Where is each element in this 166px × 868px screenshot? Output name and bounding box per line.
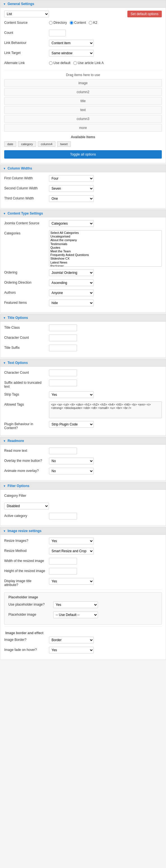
text-options-title: Text Options <box>7 361 28 365</box>
radio-use-article-link[interactable] <box>73 61 77 65</box>
radio-use-article-link-text: Use article Link A <box>78 61 104 65</box>
categories-row: Categories Select All Categories Uncateg… <box>4 230 162 267</box>
general-settings-header[interactable]: ▼ General Settings <box>0 0 166 8</box>
title-options-panel: ▼ Title Options Title Class h2 Character… <box>0 314 166 358</box>
third-column-row: Third Column Width One <box>4 195 162 203</box>
radio-k2-label[interactable]: K2 <box>89 21 98 25</box>
radio-directory[interactable] <box>49 21 53 25</box>
read-more-text-input[interactable]: More ... <box>49 447 77 454</box>
available-tag-column4[interactable]: column4 <box>38 141 56 147</box>
drag-item-image[interactable]: image <box>4 79 162 87</box>
display-title-attr-select[interactable]: Yes <box>49 578 94 585</box>
resize-height-control: 120 <box>49 568 162 575</box>
strip-tags-select[interactable]: Yes <box>49 391 94 398</box>
available-tag-category[interactable]: category <box>18 141 36 147</box>
suffix-truncated-input[interactable] <box>49 380 77 386</box>
toggle-all-options-button[interactable]: Toggle all options <box>4 150 162 159</box>
readmore-title: Readmore <box>7 439 24 443</box>
ordering-direction-row: Ordering Direction Ascending <box>4 279 162 287</box>
plugin-behaviour-select[interactable]: Strip Plugin Code <box>49 421 94 428</box>
link-behaviour-select[interactable]: Content item <box>49 40 94 46</box>
image-resize-arrow: ▼ <box>3 530 6 533</box>
drag-item-column3[interactable]: column3 <box>4 115 162 123</box>
authors-label: Authors <box>4 289 49 294</box>
title-options-header[interactable]: ▼ Title Options <box>0 314 166 322</box>
resize-images-label: Resize Images? <box>4 538 49 543</box>
radio-use-default[interactable] <box>49 61 53 65</box>
active-category-input[interactable] <box>49 513 77 520</box>
link-target-row: Link Target Same window <box>4 50 162 57</box>
available-tag-date[interactable]: date <box>4 141 16 147</box>
drag-item-title[interactable]: title <box>4 97 162 105</box>
available-tag-tweet[interactable]: tweet <box>57 141 71 147</box>
resize-width-input[interactable]: 180 <box>49 558 77 564</box>
count-input[interactable]: 4 <box>49 30 66 36</box>
content-type-settings-header[interactable]: ▼ Content Type Settings <box>0 210 166 217</box>
readmore-header[interactable]: ▼ Readmore <box>0 437 166 445</box>
resize-height-input[interactable]: 120 <box>49 568 77 575</box>
overlay-more-select[interactable]: No <box>49 458 94 464</box>
animate-overlay-select[interactable]: No <box>49 468 94 474</box>
ordering-direction-select[interactable]: Ascending <box>49 279 94 286</box>
set-default-button[interactable]: Set default options <box>128 11 162 17</box>
first-column-control: Four <box>49 175 162 182</box>
allowed-tags-control: <p> <a> <ul> <li> <div> <h1> <h2> <h3> <… <box>49 401 162 418</box>
authors-select[interactable]: Anyone <box>49 289 94 296</box>
resize-images-control: Yes <box>49 538 162 544</box>
list-type-select[interactable]: List <box>4 11 49 17</box>
text-char-count-input[interactable]: 150 <box>49 370 77 376</box>
featured-items-select[interactable]: hide <box>49 300 94 306</box>
image-resize-header[interactable]: ▼ Image resize settings <box>0 527 166 535</box>
link-behaviour-control: Content item <box>49 40 162 46</box>
radio-use-article-link-label[interactable]: Use article Link A <box>73 61 104 65</box>
second-column-select[interactable]: Seven <box>49 185 94 192</box>
radio-k2[interactable] <box>89 21 92 25</box>
title-suffix-control: ... <box>49 345 162 351</box>
resize-images-select[interactable]: Yes <box>49 538 94 544</box>
animate-overlay-label: Animate more overlay? <box>4 468 49 473</box>
title-class-input[interactable]: h2 <box>49 324 77 331</box>
drag-item-column2[interactable]: column2 <box>4 88 162 96</box>
ordering-row: Ordering Joomla! Ordering <box>4 269 162 277</box>
filter-options-panel: ▼ Filter Options Category Filter Disable… <box>0 482 166 526</box>
image-resize-title: Image resize settings <box>7 529 42 533</box>
categories-select[interactable]: Select All Categories Uncategorised Abou… <box>49 230 162 267</box>
allowed-tags-label: Allowed Tags <box>4 401 49 406</box>
link-target-select[interactable]: Same window <box>49 50 94 57</box>
radio-use-default-label[interactable]: Use default <box>49 61 71 65</box>
radio-content-label[interactable]: Content <box>70 21 86 25</box>
read-more-text-row: Read more text More ... <box>4 447 162 455</box>
resize-method-select[interactable]: Smart Resize and Crop <box>49 548 94 554</box>
placeholder-image-select[interactable]: -- Use Default -- <box>53 612 98 618</box>
ordering-select[interactable]: Joomla! Ordering <box>49 269 94 276</box>
use-placeholder-select[interactable]: Yes <box>53 601 98 608</box>
title-suffix-input[interactable]: ... <box>49 345 77 351</box>
featured-items-label: Featured Items <box>4 300 49 305</box>
overlay-more-row: Overlay the more button? No <box>4 458 162 465</box>
available-tags-container: date category column4 tweet <box>4 141 162 147</box>
disabled-select[interactable]: Disabled <box>4 503 49 509</box>
image-fade-select[interactable]: Yes <box>49 647 94 653</box>
drag-item-more[interactable]: more <box>4 124 162 132</box>
category-filter-row: Category Filter <box>4 493 162 500</box>
display-title-attr-label: Display image title attribute? <box>4 578 49 587</box>
resize-method-row: Resize Method Smart Resize and Crop <box>4 548 162 555</box>
radio-directory-label[interactable]: Directory <box>49 21 67 25</box>
placeholder-section: Placeholder image Use placeholder image?… <box>4 592 162 625</box>
image-fade-row: Image fade on hover? Yes <box>4 647 162 654</box>
column-widths-header[interactable]: ▼ Column Widths <box>0 165 166 172</box>
suffix-truncated-control <box>49 380 162 386</box>
first-column-select[interactable]: Four <box>49 175 94 182</box>
categories-label: Categories <box>4 230 49 235</box>
text-char-count-control: 150 <box>49 370 162 376</box>
text-options-header[interactable]: ▼ Text Options <box>0 359 166 367</box>
filter-options-header[interactable]: ▼ Filter Options <box>0 482 166 490</box>
title-char-count-input[interactable]: 25 <box>49 335 77 341</box>
text-options-panel: ▼ Text Options Character Count 150 Suffi… <box>0 359 166 436</box>
title-char-count-control: 25 <box>49 335 162 341</box>
radio-content[interactable] <box>70 21 73 25</box>
joomla-source-select[interactable]: Categories <box>49 220 94 227</box>
drag-item-text[interactable]: text <box>4 106 162 114</box>
image-border-select[interactable]: Border <box>49 637 94 643</box>
third-column-select[interactable]: One <box>49 195 94 202</box>
